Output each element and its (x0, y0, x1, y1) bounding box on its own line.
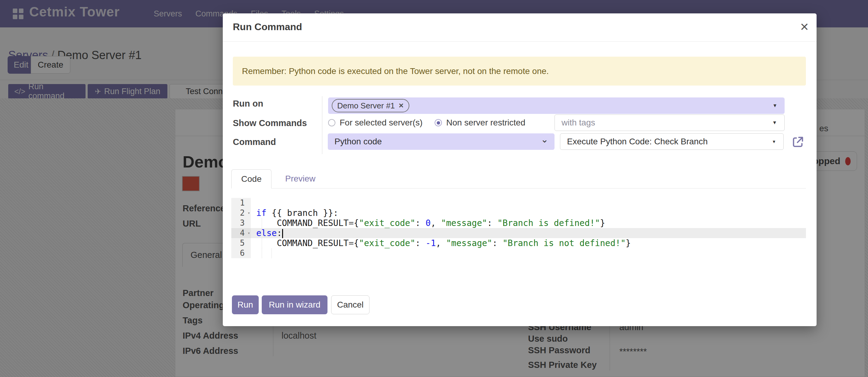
server-chip: Demo Server #1 ✕ (332, 99, 409, 112)
radio-label-for-selected-servers[interactable]: For selected server(s) (340, 118, 423, 127)
run-command-modal: Run Command ✕ Remember: Python code is e… (223, 13, 816, 326)
editor-code[interactable]: if {{ branch }}: COMMAND_RESULT={"exit_c… (251, 198, 806, 258)
command-reference-value: Execute Python Code: Check Branch (560, 137, 708, 146)
radio-label-non-server-restricted[interactable]: Non server restricted (446, 118, 525, 127)
editor-gutter: 12▾34▾56 (231, 198, 251, 258)
warning-text: Remember: Python code is executed on the… (242, 66, 549, 76)
modal-header-divider (223, 41, 816, 42)
editor-line-number: 4▾ (231, 228, 251, 238)
editor-line-number: 2▾ (231, 208, 251, 218)
show-commands-label: Show Commands (233, 118, 307, 128)
chevron-down-icon: ▼ (772, 103, 777, 108)
editor-line-number: 5 (231, 238, 251, 248)
run-on-label: Run on (233, 99, 263, 109)
fold-caret-icon[interactable]: ▾ (248, 208, 250, 218)
code-line[interactable]: else: (251, 228, 806, 238)
command-type-value: Python code (328, 137, 382, 146)
editor-line-number: 3 (231, 218, 251, 228)
code-line[interactable] (251, 248, 806, 258)
indent-guide (272, 248, 272, 258)
show-commands-radio-group: For selected server(s) Non server restri… (328, 115, 533, 131)
run-in-wizard-button[interactable]: Run in wizard (262, 295, 328, 314)
tab-code[interactable]: Code (231, 169, 272, 188)
radio-non-server-restricted[interactable] (435, 119, 442, 126)
indent-guide (262, 218, 262, 228)
tags-placeholder: with tags (555, 118, 595, 127)
tags-select[interactable]: with tags ▼ (555, 115, 785, 131)
form-column-separator (322, 96, 322, 154)
chevron-down-icon: ▼ (772, 120, 777, 125)
editor-line-number: 6 (231, 248, 251, 258)
modal-title: Run Command (233, 21, 302, 33)
indent-guide (262, 238, 262, 248)
chevron-down-icon: ⌄ (541, 134, 549, 145)
code-line[interactable]: COMMAND_RESULT={"exit_code": 0, "message… (251, 218, 806, 228)
modal-close-icon[interactable]: ✕ (800, 21, 809, 33)
external-link-icon[interactable] (791, 135, 805, 149)
code-line[interactable]: if {{ branch }}: (251, 208, 806, 218)
editor-line-number: 1 (231, 198, 251, 208)
command-reference-select[interactable]: Execute Python Code: Check Branch ▼ (560, 134, 784, 150)
tabs-underline (231, 188, 806, 188)
indent-guide (262, 248, 262, 258)
run-button[interactable]: Run (232, 295, 259, 314)
warning-banner: Remember: Python code is executed on the… (233, 57, 806, 86)
app-root: Cetmix Tower Servers Commands Files Tool… (0, 0, 868, 377)
cancel-button[interactable]: Cancel (331, 295, 370, 314)
chevron-down-icon: ▼ (772, 139, 776, 144)
run-on-select[interactable]: Demo Server #1 ✕ ▼ (328, 97, 785, 114)
command-label: Command (233, 137, 276, 147)
code-line[interactable]: COMMAND_RESULT={"exit_code": -1, "messag… (251, 238, 806, 248)
radio-for-selected-servers[interactable] (328, 119, 335, 126)
tab-preview[interactable]: Preview (285, 174, 316, 184)
chip-remove-icon[interactable]: ✕ (398, 102, 404, 109)
text-cursor (282, 229, 283, 238)
fold-caret-icon[interactable]: ▾ (248, 228, 250, 238)
command-type-select[interactable]: Python code ⌄ (328, 134, 555, 150)
code-line[interactable] (251, 198, 806, 208)
code-editor[interactable]: 12▾34▾56 if {{ branch }}: COMMAND_RESULT… (231, 198, 806, 258)
